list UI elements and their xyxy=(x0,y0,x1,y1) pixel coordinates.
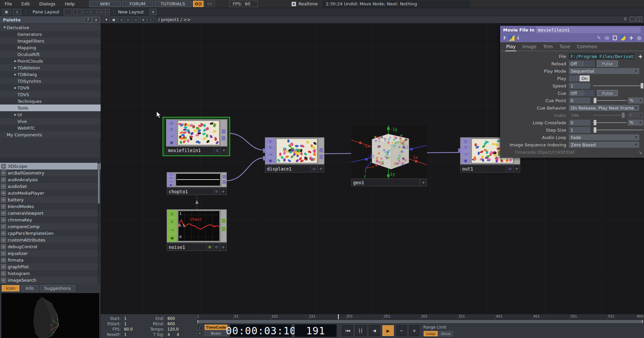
audio-loop-dropdown[interactable]: Fade ▼ xyxy=(569,134,639,140)
step-size-slider[interactable] xyxy=(593,127,643,133)
help-button[interactable]: ? xyxy=(503,36,506,41)
file-browse-icon[interactable]: + xyxy=(638,53,643,60)
node-flags[interactable]: ◎ ↯ → ● xyxy=(167,210,177,242)
output-connector[interactable] xyxy=(222,136,225,140)
node-viewer-thumbnail[interactable] xyxy=(177,120,220,146)
palette-tree-item[interactable]: ▶ PointClouds xyxy=(0,58,101,64)
speed-slider[interactable] xyxy=(593,83,643,89)
timeline-field[interactable]: T Sig: 4 4 xyxy=(147,332,197,337)
chopto1-name-bar[interactable]: chopto1 + xyxy=(167,188,227,195)
palette-component-item[interactable]: ◎ autoMediaPlayer xyxy=(0,190,101,196)
timecode-mode-button[interactable]: TimeCode xyxy=(205,325,227,330)
path-add-button[interactable]: + xyxy=(133,17,139,22)
palette-tab[interactable]: Icon xyxy=(2,285,19,291)
menu-item[interactable]: File xyxy=(0,1,17,6)
render-flag-icon[interactable]: ↯ xyxy=(167,218,177,226)
node-flags[interactable]: ◎ ↯ → ● xyxy=(167,120,176,146)
palette-tree-item[interactable]: Mapping xyxy=(0,44,101,51)
path-root-button[interactable]: ∕ xyxy=(148,17,154,22)
node-add-button[interactable]: + xyxy=(220,244,226,251)
palette-tree-item[interactable]: ▶ UI xyxy=(0,111,101,118)
output-connector[interactable] xyxy=(222,180,226,184)
play-toggle[interactable]: On xyxy=(569,75,590,81)
cue-point-field[interactable]: 0 xyxy=(569,97,590,104)
bookmark-star-button[interactable]: ★ xyxy=(140,17,146,22)
parameter-tab[interactable]: Trim xyxy=(542,43,553,51)
bypass-flag-icon[interactable]: ● xyxy=(167,184,174,187)
tree-expand-icon[interactable]: ▶ xyxy=(13,86,17,89)
palette-component-item[interactable]: ◎ arcBallGeometry xyxy=(0,170,101,176)
node-viewer-button[interactable] xyxy=(206,244,213,251)
pane-layout-icon[interactable] xyxy=(637,17,642,21)
info-button[interactable]: i xyxy=(518,36,519,41)
timeline-field-value[interactable]: 1 xyxy=(124,322,126,326)
timeline-field[interactable]: End: 600 xyxy=(147,316,197,321)
once-button[interactable]: Once xyxy=(439,331,453,336)
node-flags[interactable]: ◎ ↯ → ● xyxy=(461,138,470,164)
parameter-tab[interactable]: Play xyxy=(505,43,516,51)
reload-toggle[interactable]: Off xyxy=(569,61,584,67)
timeline-field[interactable]: RStart: 1 xyxy=(103,321,147,327)
timeline-range-bar[interactable] xyxy=(196,320,644,324)
timeline-field[interactable]: REnd: 600 xyxy=(147,321,197,327)
bypass-flag-icon[interactable]: ● xyxy=(167,234,177,242)
palette-tree-item[interactable]: ▶ TDAbleton xyxy=(0,64,101,71)
timeline-field[interactable]: Start: 1 xyxy=(103,316,147,321)
timeline-field-value[interactable]: 1 xyxy=(124,332,126,337)
target-icon[interactable]: ◎ xyxy=(637,35,641,41)
chop-viewer[interactable]: 1 0.5 0 chan1 xyxy=(177,210,220,242)
cue-point-units[interactable]: % ▼ xyxy=(628,97,643,104)
bypass-flag-icon[interactable]: ● xyxy=(167,140,176,146)
loop-button[interactable]: Loop xyxy=(424,331,438,336)
step-forward-button[interactable]: + xyxy=(409,325,419,336)
node-add-button[interactable]: + xyxy=(317,165,324,172)
play-mode-dropdown[interactable]: Sequential ▼ xyxy=(569,68,639,74)
pane-layout-mixed-button[interactable] xyxy=(92,9,100,15)
comment-icon[interactable] xyxy=(604,36,609,40)
palette-tree-item[interactable]: ▶ TDVR xyxy=(0,84,101,91)
palette-component-item[interactable]: ◎ equalizer xyxy=(0,250,101,257)
palette-component-item[interactable]: ◎ customAttributes xyxy=(0,236,101,243)
export-flag-icon[interactable]: → xyxy=(266,151,275,158)
window-button[interactable]: ▣ xyxy=(2,9,11,15)
palette-component-item[interactable]: ◎ cppParsTemplateGen xyxy=(0,230,101,236)
pane-layout-grid-button[interactable] xyxy=(101,9,110,15)
palette-component-item[interactable]: ◎ audioSet xyxy=(0,183,101,190)
loop-crossfade-units[interactable]: % ▼ xyxy=(628,120,643,126)
viewer-flag-icon[interactable]: ◎ xyxy=(167,120,176,127)
pane-layout-hsplit-button[interactable] xyxy=(83,9,91,15)
palette-component-item[interactable]: ◎ graphPlot xyxy=(0,263,101,270)
node-add-button[interactable]: + xyxy=(220,147,227,154)
context-help-button[interactable]: ? xyxy=(508,35,515,41)
palette-tree-item[interactable]: WebRTC xyxy=(0,125,101,131)
pane-split-icon[interactable] xyxy=(630,17,635,21)
cue-toggle-track[interactable] xyxy=(584,90,594,96)
render-flag-icon[interactable]: ↯ xyxy=(266,145,275,151)
viewer-flag-icon[interactable]: ◎ xyxy=(167,210,177,218)
pane-layout-single-button[interactable] xyxy=(64,9,72,15)
palette-component-item[interactable]: ◎ imageSearch xyxy=(0,277,101,283)
palette-component-item[interactable]: ◎ 3DScope xyxy=(0,163,101,170)
image-sequence-indexing-dropdown[interactable]: Zero Based ▼ xyxy=(569,142,639,148)
file-path-field[interactable]: F:/Program Files/Derivati xyxy=(569,53,635,59)
midi-oi-button[interactable]: O|I xyxy=(193,1,204,7)
output-connector[interactable] xyxy=(319,155,323,159)
bypass-flag-icon[interactable]: ● xyxy=(461,158,470,164)
palette-tree-item[interactable]: Generators xyxy=(0,31,101,38)
parameter-tab[interactable]: Tune xyxy=(559,43,571,51)
render-flag-icon[interactable]: ↯ xyxy=(167,127,176,133)
pane-layout-vsplit-button[interactable] xyxy=(73,9,82,15)
out1-name-bar[interactable]: out1 + xyxy=(460,165,520,173)
viewer-flag-icon[interactable]: ◎ xyxy=(461,138,470,145)
moviefilein1-name-bar[interactable]: moviefilein1 + xyxy=(166,146,227,154)
palette-component-item[interactable]: ◎ audioAnalysis xyxy=(0,176,101,183)
reload-pulse-button[interactable]: Pulse xyxy=(597,61,618,67)
node-viewer-thumbnail[interactable] xyxy=(175,173,221,187)
export-flag-icon[interactable]: → xyxy=(167,226,177,234)
palette-component-item[interactable]: ◎ chromaKey xyxy=(0,216,101,223)
tree-expand-icon[interactable]: ▼ xyxy=(3,26,7,29)
node-color-button[interactable] xyxy=(506,165,513,172)
node-color-button[interactable] xyxy=(213,244,220,251)
jump-to-start-button[interactable]: |◀◀ xyxy=(342,325,353,336)
node-add-button[interactable]: + xyxy=(513,165,520,172)
